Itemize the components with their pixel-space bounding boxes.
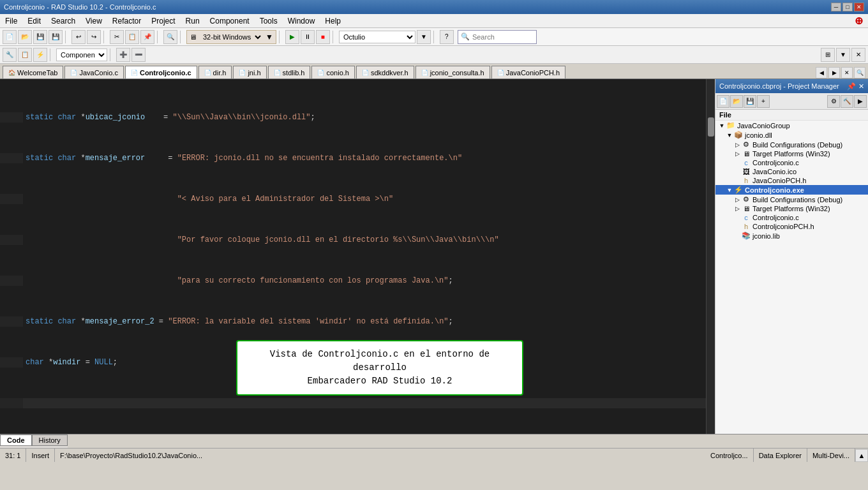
tab-dirh-label: dir.h xyxy=(213,69,227,77)
menu-edit[interactable]: Edit xyxy=(22,14,46,27)
undo-button[interactable]: ↩ xyxy=(71,30,86,44)
tree-item-javaconioPCH[interactable]: h JavaConioPCH.h xyxy=(715,176,868,185)
find-button[interactable]: 🔍 xyxy=(163,30,177,44)
theme-dropdown[interactable]: Octulio xyxy=(339,31,415,43)
new-button[interactable]: 📄 xyxy=(3,30,17,44)
tab-dirh[interactable]: 📄 dir.h xyxy=(198,66,232,78)
project-header-title: Controljconio.cbproj - Project Manager xyxy=(719,82,847,90)
events-button[interactable]: ⚡ xyxy=(33,48,47,62)
search-input[interactable] xyxy=(470,31,534,43)
code-editor[interactable]: static char *ubicac_jconio = "\\Sun\\Jav… xyxy=(0,79,706,434)
window-controls: ─ □ ✕ xyxy=(831,3,864,11)
tab-jconioconsulta[interactable]: 📄 jconio_consulta.h xyxy=(415,66,490,78)
editor-close-button[interactable]: ✕ xyxy=(851,48,865,62)
pm-build[interactable]: 🔨 xyxy=(841,95,853,108)
menu-file[interactable]: File xyxy=(0,14,22,27)
menu-refactor[interactable]: Refactor xyxy=(107,14,146,27)
scroll-tabs-left[interactable]: ◀ xyxy=(816,67,827,78)
scroll-tabs-right[interactable]: ▶ xyxy=(828,67,840,78)
theme-dropdown-arrow[interactable]: ▼ xyxy=(417,30,431,44)
redo-button[interactable]: ↪ xyxy=(87,30,101,44)
component-dropdown[interactable]: Components xyxy=(56,48,107,61)
platform-dropdown[interactable]: 32-bit Windows xyxy=(199,31,263,43)
menu-view[interactable]: View xyxy=(80,14,107,27)
paste-button[interactable]: 📌 xyxy=(140,30,154,44)
tab-controljconio[interactable]: 📄 Controljconio.c xyxy=(125,66,197,78)
sep-s2 xyxy=(110,48,114,61)
run-button[interactable]: ▶ xyxy=(285,30,299,44)
tab-search[interactable]: 🔍 xyxy=(854,67,865,78)
controljconio-tab-icon: 📄 xyxy=(131,70,138,76)
status-expand-button[interactable]: ▲ xyxy=(855,449,868,462)
help-button[interactable]: ? xyxy=(440,30,454,44)
tab-jnih[interactable]: 📄 jni.h xyxy=(233,66,266,78)
annotation-text: Vista de Controljconio.c en el entorno d… xyxy=(270,349,490,386)
tree-item-javaconiogroup[interactable]: ▼ 📁 JavaConioGroup xyxy=(715,121,868,130)
tree-item-buildconfig1[interactable]: ▷ ⚙ Build Configurations (Debug) xyxy=(715,140,868,149)
menu-search[interactable]: Search xyxy=(46,14,80,27)
scrollbar-thumb[interactable] xyxy=(708,117,714,137)
tab-javaconio[interactable]: 📄 JavaConio.c xyxy=(64,66,124,78)
stop-button[interactable]: ■ xyxy=(316,30,330,44)
tree-item-jconiodll[interactable]: ▼ 📦 jconio.dll xyxy=(715,130,868,140)
menu-component[interactable]: Component xyxy=(205,14,255,27)
tree-item-controljconioPCH[interactable]: h ControljconioPCH.h xyxy=(715,222,868,231)
editor-scrollbar[interactable] xyxy=(706,79,715,434)
minimize-button[interactable]: ─ xyxy=(831,3,841,11)
save-all-button[interactable]: 💾 xyxy=(49,30,63,44)
save-button[interactable]: 💾 xyxy=(33,30,47,44)
separator-5 xyxy=(279,31,283,43)
tab-sdkh[interactable]: 📄 sdkddkver.h xyxy=(356,66,414,78)
jnih-tab-icon: 📄 xyxy=(239,70,246,76)
menu-project[interactable]: Project xyxy=(146,14,180,27)
split-button[interactable]: ⊞ xyxy=(821,48,835,62)
status-mode: Insert xyxy=(26,449,55,462)
btab-code[interactable]: Code xyxy=(0,434,32,446)
props-button[interactable]: 📋 xyxy=(18,48,32,62)
menu-tools[interactable]: Tools xyxy=(255,14,283,27)
platform-selector[interactable]: 🖥 32-bit Windows ▼ xyxy=(186,30,276,44)
zoom-out-button[interactable]: ➖ xyxy=(131,48,146,62)
tab-javaconioPCH[interactable]: 📄 JavaConioPCH.h xyxy=(491,66,565,78)
open-button[interactable]: 📂 xyxy=(18,30,32,44)
status-panel1[interactable]: Controljco... xyxy=(705,449,754,462)
maximize-button[interactable]: □ xyxy=(842,3,853,11)
debug-button[interactable]: ⏸ xyxy=(301,30,315,44)
close-tab[interactable]: ✕ xyxy=(841,67,853,78)
pm-new[interactable]: 📄 xyxy=(717,95,730,108)
label-buildconfig1: Build Configurations (Debug) xyxy=(752,141,868,149)
menu-help[interactable]: Help xyxy=(320,14,346,27)
tree-item-javaconio-ico[interactable]: 🖼 JavaConio.ico xyxy=(715,167,868,176)
zoom-in-button[interactable]: ➕ xyxy=(116,48,130,62)
tree-item-platform2[interactable]: ▷ 🖥 Target Platforms (Win32) xyxy=(715,204,868,213)
position-indicator: 31: 1 xyxy=(5,452,20,459)
tab-stdlibh[interactable]: 📄 stdlib.h xyxy=(268,66,311,78)
btab-history[interactable]: History xyxy=(32,434,68,446)
inspector-button[interactable]: 🔧 xyxy=(3,48,17,62)
tree-item-controljconio-c2[interactable]: c Controljconio.c xyxy=(715,213,868,222)
collapse-button[interactable]: ▼ xyxy=(836,48,850,62)
label-platform1: Target Platforms (Win32) xyxy=(752,150,868,158)
menu-run[interactable]: Run xyxy=(181,14,205,27)
pm-open[interactable]: 📂 xyxy=(730,95,743,108)
tree-item-controljconio-exe[interactable]: ▼ ⚡ Controljconio.exe xyxy=(715,185,868,195)
tree-item-controljconio-c1[interactable]: c Controljconio.c xyxy=(715,158,868,167)
copy-button[interactable]: 📋 xyxy=(125,30,139,44)
status-panel3[interactable]: Multi-Devi... xyxy=(807,449,855,462)
project-close-icon[interactable]: ✕ xyxy=(858,82,864,91)
cut-button[interactable]: ✂ xyxy=(110,30,124,44)
file-section-label: File xyxy=(715,110,868,121)
close-button[interactable]: ✕ xyxy=(854,3,864,11)
pm-settings[interactable]: ⚙ xyxy=(827,95,840,108)
status-panel2[interactable]: Data Explorer xyxy=(754,449,807,462)
tree-item-buildconfig2[interactable]: ▷ ⚙ Build Configurations (Debug) xyxy=(715,195,868,204)
tree-item-platform1[interactable]: ▷ 🖥 Target Platforms (Win32) xyxy=(715,149,868,158)
tree-item-jconio-lib[interactable]: 📚 jconio.lib xyxy=(715,231,868,241)
pm-run2[interactable]: ▶ xyxy=(854,95,867,108)
menu-window[interactable]: Window xyxy=(283,14,320,27)
tab-conioh[interactable]: 📄 conio.h xyxy=(311,66,354,78)
pm-add[interactable]: + xyxy=(757,95,770,108)
tab-welcome[interactable]: 🏠 WelcomeTab xyxy=(3,66,63,78)
project-pin-icon[interactable]: 📌 xyxy=(847,82,856,91)
pm-save[interactable]: 💾 xyxy=(744,95,756,108)
